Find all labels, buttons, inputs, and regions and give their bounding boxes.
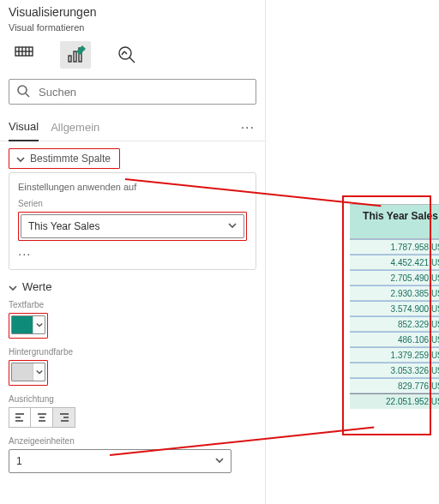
alignment-label: Ausrichtung [9, 394, 256, 404]
svg-line-14 [26, 93, 29, 97]
align-center-button[interactable] [31, 407, 53, 428]
align-right-button[interactable] [53, 407, 75, 428]
table-preview: This Year Sales 1.787.958 USD 4.452.421 … [350, 204, 439, 409]
card-overflow-icon[interactable]: ··· [18, 246, 247, 261]
section-specific-column[interactable]: Bestimmte Spalte [9, 148, 120, 169]
pane-subtitle: Visual formatieren [0, 21, 265, 36]
table-row: 829.776 USD [350, 378, 439, 393]
chevron-down-icon [33, 363, 45, 381]
color-swatch [12, 363, 33, 381]
analytics-icon[interactable] [111, 41, 142, 69]
text-color-label: Textfarbe [9, 300, 256, 309]
svg-line-10 [129, 57, 135, 63]
color-swatch [12, 316, 33, 333]
format-visual-icon[interactable] [60, 41, 91, 69]
table-row: 486.106 USD [350, 332, 439, 347]
section-label: Bestimmte Spalte [30, 153, 111, 165]
svg-point-13 [18, 86, 27, 94]
align-left-button[interactable] [9, 407, 31, 428]
pane-header: Visualisierungen [0, 0, 265, 21]
svg-rect-7 [74, 51, 76, 62]
format-tabs: Visual Allgemein ··· [0, 111, 265, 141]
series-label: Serien [18, 199, 247, 208]
series-select[interactable]: This Year Sales [21, 214, 244, 238]
bg-color-picker[interactable] [11, 363, 45, 381]
svg-rect-6 [69, 56, 71, 62]
build-visual-icon[interactable] [9, 41, 39, 69]
alignment-group [9, 407, 256, 428]
table-row: 4.452.421 USD [350, 255, 439, 270]
search-input[interactable] [37, 85, 249, 99]
table-row: 2.705.490 USD [350, 270, 439, 285]
svg-line-11 [122, 51, 124, 55]
values-card: Textfarbe Hintergrundfarbe Ausrichtung [0, 300, 265, 482]
tab-general[interactable]: Allgemein [51, 116, 99, 141]
table-total-row: 22.051.952 USD [350, 393, 439, 409]
table-column-header: This Year Sales [350, 205, 439, 239]
table-row: 1.379.259 USD [350, 347, 439, 363]
pane-title: Visualisierungen [9, 5, 96, 19]
svg-line-12 [124, 51, 127, 54]
chevron-down-icon [9, 283, 17, 291]
search-box[interactable] [9, 79, 256, 105]
chevron-down-icon [215, 455, 224, 467]
format-mode-row [0, 36, 265, 75]
svg-point-9 [119, 47, 131, 59]
section-values[interactable]: Werte [0, 279, 265, 300]
display-units-value: 1 [16, 455, 22, 467]
series-value: This Year Sales [28, 220, 99, 232]
search-icon [16, 84, 30, 100]
tabs-overflow-icon[interactable]: ··· [241, 120, 256, 135]
chevron-down-icon [228, 220, 237, 232]
apply-settings-card: Einstellungen anwenden auf Serien This Y… [9, 172, 256, 270]
tab-visual[interactable]: Visual [9, 115, 39, 141]
table-row: 2.930.385 USD [350, 285, 439, 301]
chevron-down-icon [16, 154, 25, 163]
visualizations-pane: Visualisierungen Visual formatieren Visu… [0, 0, 266, 504]
text-color-picker[interactable] [11, 315, 45, 334]
section-label: Werte [22, 280, 51, 293]
table-row: 3.574.900 USD [350, 301, 439, 316]
display-units-label: Anzeigeeinheiten [9, 436, 256, 446]
table-row: 852.329 USD [350, 316, 439, 332]
table-row: 1.787.958 USD [350, 239, 439, 255]
table-row: 3.053.326 USD [350, 363, 439, 378]
chevron-down-icon [33, 316, 45, 333]
bg-color-label: Hintergrundfarbe [9, 347, 256, 357]
